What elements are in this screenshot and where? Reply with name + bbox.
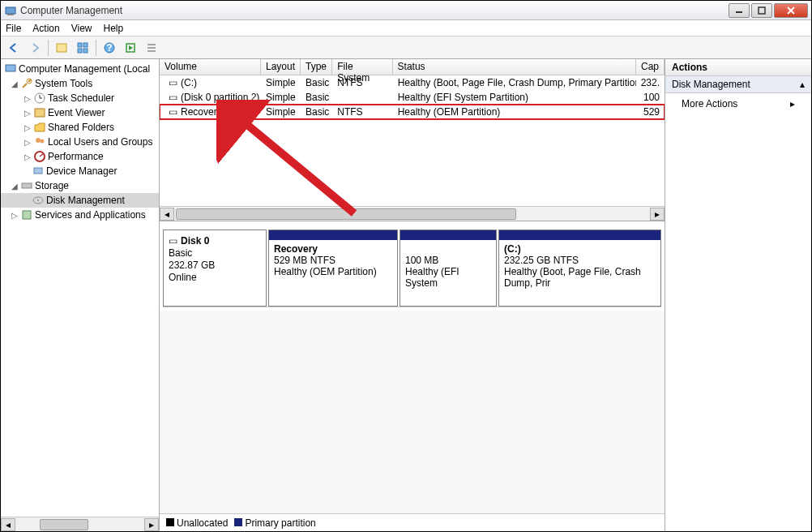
expand-icon[interactable]: ▷: [11, 211, 19, 220]
tree-system-tools[interactable]: ◢ System Tools: [1, 76, 159, 91]
services-icon: [20, 208, 33, 221]
menu-view[interactable]: View: [71, 23, 92, 34]
tree-performance[interactable]: ▷ Performance: [1, 149, 159, 164]
svg-rect-7: [78, 43, 82, 47]
svg-rect-0: [6, 7, 15, 14]
scroll-left-icon[interactable]: ◂: [1, 518, 15, 531]
svg-rect-3: [759, 7, 765, 14]
col-layout[interactable]: Layout: [261, 59, 301, 75]
expand-icon[interactable]: ▷: [24, 152, 32, 161]
svg-text:?: ?: [106, 42, 112, 54]
help-button[interactable]: ?: [100, 38, 119, 58]
tree-scrollbar[interactable]: ◂ ▸: [1, 517, 159, 531]
partition-c[interactable]: (C:) 232.25 GB NTFS Healthy (Boot, Page …: [498, 230, 661, 307]
event-icon: [33, 106, 46, 119]
app-icon: [4, 4, 17, 17]
tree-services[interactable]: ▷ Services and Applications: [1, 208, 159, 222]
expand-icon[interactable]: ▷: [24, 109, 32, 118]
scroll-thumb[interactable]: [40, 519, 88, 530]
scroll-right-icon[interactable]: ▸: [144, 518, 159, 531]
menubar: File Action View Help: [1, 20, 811, 36]
col-type[interactable]: Type: [301, 59, 332, 75]
svg-rect-27: [34, 168, 42, 174]
expand-icon[interactable]: ▷: [24, 94, 32, 103]
device-icon: [32, 165, 45, 178]
users-icon: [33, 135, 46, 148]
storage-icon: [20, 179, 33, 192]
disk-label[interactable]: ▭Disk 0 Basic 232.87 GB Online: [163, 230, 267, 307]
svg-rect-10: [83, 49, 88, 53]
svg-rect-9: [78, 49, 82, 53]
disk-name: Disk 0: [181, 235, 209, 247]
list-button[interactable]: [142, 38, 161, 58]
volume-icon: ▭: [165, 106, 181, 118]
volume-row[interactable]: ▭(C:) Simple Basic NTFS Healthy (Boot, P…: [160, 75, 665, 90]
partition-title: Recovery: [274, 243, 318, 255]
chevron-right-icon: ▸: [790, 98, 795, 109]
expand-icon[interactable]: ▷: [24, 123, 32, 132]
expand-icon[interactable]: ▷: [24, 138, 32, 147]
tree-disk-management[interactable]: Disk Management: [1, 193, 159, 208]
volume-icon: ▭: [165, 77, 181, 88]
volume-list: Volume Layout Type File System Status Ca…: [160, 59, 665, 221]
collapse-icon[interactable]: ◢: [11, 182, 19, 191]
tree-task-scheduler[interactable]: ▷ Task Scheduler: [1, 91, 159, 105]
partition-efi[interactable]: 100 MB Healthy (EFI System: [400, 230, 497, 307]
disk-icon: ▭: [169, 235, 177, 247]
col-filesystem[interactable]: File System: [332, 59, 392, 75]
svg-rect-8: [83, 43, 88, 47]
tree-storage[interactable]: ◢ Storage: [1, 178, 159, 193]
volume-icon: ▭: [165, 92, 181, 103]
legend: Unallocated Primary partition: [160, 513, 665, 531]
toolbar: ?: [1, 36, 811, 59]
disk-state: Online: [169, 272, 261, 283]
tree-local-users[interactable]: ▷ Local Users and Groups: [1, 135, 159, 149]
refresh-button[interactable]: [73, 38, 92, 58]
action-button[interactable]: [121, 38, 140, 58]
maximize-button[interactable]: [751, 3, 772, 18]
scroll-right-icon[interactable]: ▸: [650, 208, 665, 221]
svg-point-30: [37, 200, 39, 201]
col-status[interactable]: Status: [393, 59, 636, 75]
clock-icon: [33, 92, 46, 105]
volume-row-highlighted[interactable]: ▭Recovery Simple Basic NTFS Healthy (OEM…: [160, 105, 665, 119]
tree-event-viewer[interactable]: ▷ Event Viewer: [1, 105, 159, 120]
menu-action[interactable]: Action: [32, 23, 59, 34]
actions-pane: Actions Disk Management ▴ More Actions ▸: [665, 59, 811, 531]
close-button[interactable]: [774, 3, 808, 18]
svg-rect-6: [57, 44, 66, 52]
tree-device-manager[interactable]: Device Manager: [1, 164, 159, 178]
scroll-left-icon[interactable]: ◂: [160, 208, 174, 221]
volume-scrollbar[interactable]: ◂ ▸: [160, 206, 665, 221]
disk-size: 232.87 GB: [169, 260, 261, 271]
actions-section[interactable]: Disk Management ▴: [665, 76, 811, 93]
minimize-button[interactable]: [729, 3, 750, 18]
forward-button[interactable]: [25, 38, 45, 58]
collapse-icon[interactable]: ◢: [11, 79, 19, 88]
svg-rect-17: [6, 65, 15, 71]
collapse-icon[interactable]: ▴: [800, 79, 805, 90]
svg-point-24: [41, 139, 45, 144]
menu-file[interactable]: File: [6, 23, 21, 34]
volume-row[interactable]: ▭(Disk 0 partition 2) Simple Basic Healt…: [160, 90, 665, 105]
partition-recovery[interactable]: Recovery 529 MB NTFS Healthy (OEM Partit…: [268, 230, 398, 307]
tools-icon: [20, 77, 33, 90]
scroll-thumb[interactable]: [176, 208, 516, 220]
tree-shared-folders[interactable]: ▷ Shared Folders: [1, 120, 159, 135]
partition-title: (C:): [504, 243, 521, 255]
back-button[interactable]: [4, 38, 24, 58]
svg-rect-1: [7, 14, 14, 15]
disk-graphical-pane: ▭Disk 0 Basic 232.87 GB Online Recovery …: [160, 221, 665, 311]
content-pane: Volume Layout Type File System Status Ca…: [160, 59, 665, 531]
svg-rect-31: [23, 211, 31, 219]
menu-help[interactable]: Help: [104, 23, 124, 34]
col-volume[interactable]: Volume: [160, 59, 261, 75]
performance-icon: [33, 150, 46, 163]
folder-icon: [33, 121, 46, 134]
col-capacity[interactable]: Cap: [636, 59, 665, 75]
tree-root[interactable]: Computer Management (Local: [1, 62, 159, 76]
computer-icon: [4, 62, 17, 75]
legend-swatch-unallocated: [166, 518, 174, 526]
actions-more[interactable]: More Actions ▸: [665, 93, 811, 114]
properties-button[interactable]: [52, 38, 71, 58]
